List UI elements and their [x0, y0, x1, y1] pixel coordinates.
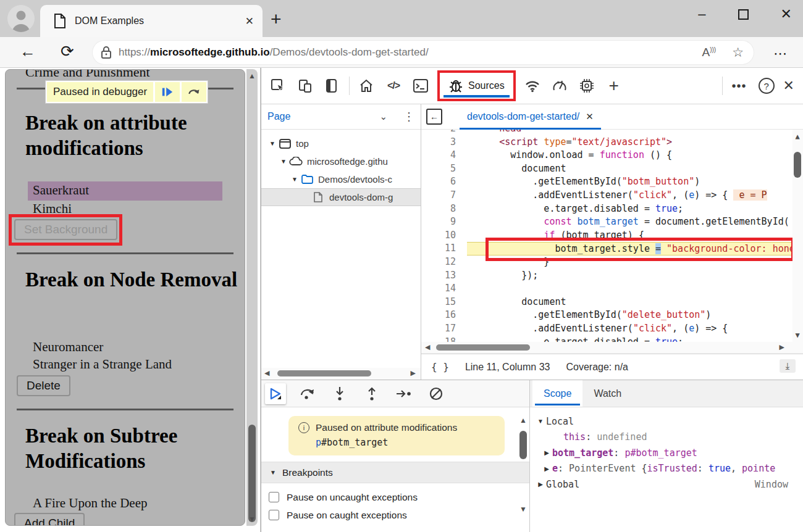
code-line-15[interactable]: 15 document	[421, 296, 792, 309]
scrollbar-thumb[interactable]	[519, 431, 527, 459]
code-line-13[interactable]: 13 });	[421, 269, 792, 283]
line-number[interactable]: 8	[421, 202, 467, 216]
step-over-banner-button[interactable]	[182, 82, 206, 102]
set-background-button[interactable]: Set Background	[14, 219, 117, 240]
code-line-9[interactable]: 9 const botm_target = document.getElemen…	[421, 215, 792, 229]
line-number[interactable]: 17	[421, 322, 467, 336]
page-dropdown[interactable]: Page	[267, 111, 379, 122]
step-out-button[interactable]	[361, 383, 382, 404]
editor-vscrollbar[interactable]: ▲ ▼	[792, 130, 803, 342]
navigator-hscrollbar[interactable]: ◀ ▶	[261, 368, 421, 380]
editor-hscrollbar[interactable]: ◀ ▶	[421, 342, 803, 354]
scrollbar-thumb[interactable]	[277, 370, 371, 376]
tree-item-top[interactable]: ▼top	[261, 135, 421, 152]
memory-panel-icon[interactable]	[576, 75, 597, 96]
url-text[interactable]: https://microsoftedge.github.io/Demos/de…	[119, 46, 686, 59]
pause-uncaught-row[interactable]: Pause on uncaught exceptions	[269, 488, 529, 506]
scrollbar-thumb[interactable]	[248, 425, 256, 522]
download-icon[interactable]: ⤓	[780, 359, 796, 373]
breakpoints-section-header[interactable]: ▼ Breakpoints	[261, 462, 529, 483]
scope-expand-arrow[interactable]: ▶	[535, 481, 546, 488]
line-number[interactable]: 4	[421, 149, 467, 162]
tree-expand-arrow[interactable]: ▼	[267, 140, 277, 147]
line-number[interactable]: 13	[421, 269, 467, 283]
more-tools-plus-icon[interactable]: +	[603, 75, 624, 96]
code-line-17[interactable]: 17 .addEventListener("click", (e) => {	[421, 322, 792, 336]
code-line-14[interactable]: 14	[421, 282, 792, 296]
minimize-button[interactable]: –	[698, 6, 705, 22]
tree-item-devtools-dom-g[interactable]: devtools-dom-g	[261, 188, 421, 206]
file-tab[interactable]: devtools-dom-get-started/ ✕	[460, 104, 601, 130]
console-panel-icon[interactable]	[410, 75, 431, 96]
resume-button[interactable]	[265, 383, 286, 404]
tree-expand-arrow[interactable]: ▼	[290, 176, 300, 183]
scope-row[interactable]: ▼Local	[535, 414, 797, 430]
inspect-element-icon[interactable]	[267, 75, 288, 96]
scope-row[interactable]: ▶GlobalWindow	[535, 476, 797, 493]
line-number[interactable]: 7	[421, 189, 467, 202]
chevron-down-icon[interactable]: ⌄	[379, 111, 387, 122]
scroll-down-icon[interactable]: ▼	[248, 515, 256, 523]
code-line-3[interactable]: 3 <script type="text/javascript">	[421, 136, 792, 149]
add-child-button[interactable]: Add Child	[14, 513, 85, 526]
device-emulation-icon[interactable]	[295, 75, 316, 96]
code-line-10[interactable]: 10 if (botm_target) {	[421, 229, 792, 243]
code-line-2[interactable]: 2 head	[421, 130, 792, 136]
debugger-scrollbar[interactable]: ▲ ▼	[518, 411, 528, 530]
scope-row[interactable]: ▶e: PointerEvent {isTrusted: true, point…	[535, 461, 797, 477]
line-number[interactable]: 6	[421, 175, 467, 189]
line-number[interactable]: 12	[421, 256, 467, 269]
line-number[interactable]: 11	[421, 242, 467, 256]
line-number[interactable]: 15	[421, 296, 467, 309]
more-options-icon[interactable]: •••	[729, 75, 750, 96]
scrollbar-thumb[interactable]	[794, 152, 801, 178]
code-line-7[interactable]: 7 .addEventListener("click", (e) => { e …	[421, 189, 792, 202]
checkbox-uncaught[interactable]	[269, 492, 279, 502]
line-number[interactable]: 10	[421, 229, 467, 243]
favorites-star-icon[interactable]: ☆	[732, 45, 744, 60]
tab-scope[interactable]: Scope	[532, 380, 582, 407]
scope-expand-arrow[interactable]: ▼	[535, 418, 546, 425]
code-line-18[interactable]: 18 e.target.disabled = true;	[421, 336, 792, 343]
browser-tab[interactable]: DOM Examples ✕	[40, 5, 263, 37]
line-number[interactable]: 16	[421, 309, 467, 322]
code-line-12[interactable]: 12 }	[421, 256, 792, 269]
refresh-button[interactable]: ⟳	[61, 42, 74, 61]
tree-item-microsoftedge-githu[interactable]: ▼microsoftedge.githu	[261, 152, 421, 170]
step-into-button[interactable]	[329, 383, 350, 404]
tab-close-icon[interactable]: ✕	[245, 15, 254, 28]
pause-caught-row[interactable]: Pause on caught exceptions	[269, 506, 529, 524]
tab-sources[interactable]: Sources	[437, 70, 516, 101]
scroll-left-icon[interactable]: ◀	[264, 369, 269, 377]
maximize-button[interactable]	[738, 9, 749, 20]
tab-watch[interactable]: Watch	[582, 380, 633, 407]
line-number[interactable]: 3	[421, 136, 467, 149]
code-line-6[interactable]: 6 .getElementById("botm_button")	[421, 175, 792, 189]
scrollbar-thumb[interactable]	[436, 344, 530, 351]
scroll-left-icon[interactable]: ◀	[425, 343, 430, 351]
new-tab-button[interactable]: +	[271, 9, 282, 30]
scope-row[interactable]: this: undefined	[535, 430, 797, 446]
code-editor[interactable]: 2 head3 <script type="text/javascript">4…	[421, 130, 803, 342]
scroll-down-icon[interactable]: ▼	[793, 331, 802, 339]
code-line-8[interactable]: 8 e.target.disabled = true;	[421, 202, 792, 216]
help-icon[interactable]: ?	[756, 75, 777, 96]
step-button[interactable]	[393, 383, 414, 404]
step-over-button[interactable]	[297, 383, 318, 404]
scope-expand-arrow[interactable]: ▶	[541, 449, 552, 456]
network-panel-icon[interactable]	[522, 75, 543, 96]
performance-panel-icon[interactable]	[549, 75, 570, 96]
elements-panel-icon[interactable]: </>	[383, 75, 404, 96]
scroll-up-icon[interactable]: ▲	[248, 72, 256, 80]
scroll-right-icon[interactable]: ▶	[780, 343, 784, 351]
line-number[interactable]: 18	[421, 336, 467, 343]
read-aloud-icon[interactable]: A)))	[702, 46, 716, 59]
settings-menu-button[interactable]: ⋯	[773, 46, 788, 62]
code-line-5[interactable]: 5 document	[421, 162, 792, 176]
window-close-button[interactable]: ✕	[781, 6, 792, 22]
scroll-down-icon[interactable]: ▼	[519, 505, 528, 513]
scope-row[interactable]: ▶botm_target: p#botm_target	[535, 445, 797, 461]
format-code-icon[interactable]: { }	[431, 361, 449, 373]
devtools-close-icon[interactable]: ✕	[783, 78, 794, 94]
checkbox-caught[interactable]	[269, 510, 279, 520]
